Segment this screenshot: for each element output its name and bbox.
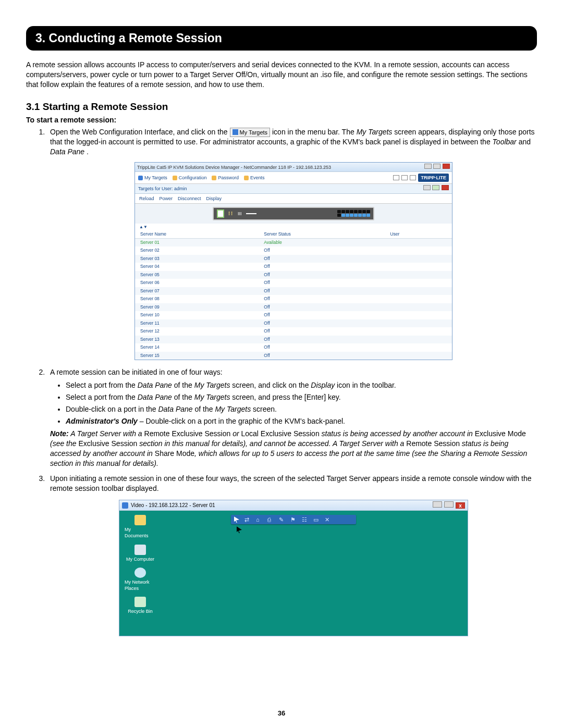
power-port-icon bbox=[217, 209, 224, 218]
remote-desktop[interactable]: ⇄ ⌂ ⎙ ✎ ⚑ ☷ ▭ ✕ My Documents My Computer… bbox=[119, 511, 468, 636]
subsection-heading: 3.1 Starting a Remote Session bbox=[26, 101, 537, 113]
server-name-cell: Server 08 bbox=[135, 295, 259, 303]
toolbar-icon[interactable]: ⇄ bbox=[244, 516, 251, 523]
restore-icon[interactable] bbox=[432, 185, 439, 190]
minimize-icon[interactable] bbox=[424, 164, 432, 169]
user-cell bbox=[385, 287, 452, 295]
table-row[interactable]: Server 13Off bbox=[135, 336, 452, 343]
close-icon[interactable] bbox=[443, 164, 450, 169]
steps-list: Open the Web Configuration Interface, an… bbox=[26, 127, 537, 637]
user-cell bbox=[385, 271, 452, 279]
text: Upon initiating a remote session in one … bbox=[50, 474, 531, 492]
toolbar-icon[interactable]: ☷ bbox=[302, 516, 308, 523]
server-name-cell: Server 05 bbox=[135, 271, 259, 279]
min-icon[interactable] bbox=[423, 185, 431, 190]
server-name-cell: Server 14 bbox=[135, 343, 259, 351]
server-name-cell: Server 07 bbox=[135, 287, 259, 295]
sort-indicator[interactable]: ▲▼ bbox=[135, 224, 452, 230]
server-name-cell: Server 09 bbox=[135, 303, 259, 311]
server-name-cell: Server 06 bbox=[135, 279, 259, 287]
header-icon[interactable] bbox=[401, 175, 408, 180]
col-server-status[interactable]: Server Status bbox=[259, 230, 385, 239]
server-name-cell: Server 10 bbox=[135, 311, 259, 319]
way-1: Select a port from the Data Pane of the … bbox=[66, 380, 537, 390]
video-title: Video - 192.168.123.122 - Server 01 bbox=[131, 502, 215, 509]
server-status-cell: Off bbox=[259, 246, 385, 254]
toolbar-icon[interactable]: ✎ bbox=[279, 516, 285, 523]
video-titlebar: Video - 192.168.123.122 - Server 01 x bbox=[119, 500, 468, 511]
server-status-cell: Off bbox=[259, 352, 385, 360]
tab-configuration[interactable]: Configuration bbox=[173, 175, 207, 181]
chip-label: My Targets bbox=[240, 129, 268, 137]
user-cell bbox=[385, 255, 452, 263]
table-row[interactable]: Server 08Off bbox=[135, 295, 452, 303]
recycle-bin-icon[interactable]: Recycle Bin bbox=[125, 597, 156, 614]
connector-icon: ⁝⁝ bbox=[228, 210, 234, 217]
table-row[interactable]: Server 05Off bbox=[135, 271, 452, 279]
server-status-cell: Off bbox=[259, 343, 385, 351]
tab-password[interactable]: Password bbox=[212, 175, 239, 181]
toolbar-icon[interactable]: ⌂ bbox=[256, 516, 262, 523]
table-row[interactable]: Server 01Available bbox=[135, 239, 452, 247]
col-server-name[interactable]: Server Name bbox=[135, 230, 259, 239]
server-name-cell: Server 15 bbox=[135, 352, 259, 360]
table-row[interactable]: Server 10Off bbox=[135, 311, 452, 319]
maximize-icon[interactable] bbox=[444, 501, 454, 508]
cursor-icon[interactable] bbox=[234, 516, 239, 523]
server-status-cell: Off bbox=[259, 287, 385, 295]
power-button[interactable]: Power bbox=[160, 195, 173, 202]
table-row[interactable]: Server 12Off bbox=[135, 327, 452, 335]
server-table: Server Name Server Status User Server 01… bbox=[135, 230, 452, 360]
kvm-device[interactable]: ⁝⁝ III bbox=[213, 207, 374, 220]
disconnect-button[interactable]: Disconnect bbox=[178, 195, 201, 202]
note: Note: A Target Server with a Remote Excl… bbox=[50, 429, 537, 468]
table-row[interactable]: Server 03Off bbox=[135, 255, 452, 263]
table-row[interactable]: Server 06Off bbox=[135, 279, 452, 287]
session-toolbar[interactable]: ⇄ ⌂ ⎙ ✎ ⚑ ☷ ▭ ✕ bbox=[231, 515, 356, 524]
header-icon[interactable] bbox=[393, 175, 399, 180]
table-row[interactable]: Server 04Off bbox=[135, 263, 452, 270]
table-row[interactable]: Server 14Off bbox=[135, 343, 452, 351]
nav-tabs: My Targets Configuration Password Events… bbox=[135, 172, 452, 184]
window-icon bbox=[232, 129, 238, 135]
minimize-icon[interactable] bbox=[433, 501, 442, 508]
tab-my-targets[interactable]: My Targets bbox=[138, 175, 167, 181]
toolbar-close-icon[interactable]: ✕ bbox=[325, 516, 331, 523]
close-icon[interactable]: x bbox=[456, 502, 465, 509]
way-4: Administrator's Only – Double-click on a… bbox=[66, 416, 537, 426]
user-cell bbox=[385, 336, 452, 343]
my-network-places-icon[interactable]: My Network Places bbox=[125, 567, 156, 591]
server-status-cell: Off bbox=[259, 271, 385, 279]
toolbar-icon[interactable]: ▭ bbox=[313, 516, 320, 523]
port-bank[interactable] bbox=[337, 210, 370, 217]
close-icon[interactable] bbox=[442, 185, 449, 190]
user-cell bbox=[385, 246, 452, 254]
data-pane-italic: Data Pane bbox=[50, 147, 84, 156]
table-row[interactable]: Server 07Off bbox=[135, 287, 452, 295]
table-row[interactable]: Server 11Off bbox=[135, 319, 452, 327]
cursor-icon bbox=[237, 526, 242, 533]
window-title: TrippLite Cat5 IP KVM Solutions Device M… bbox=[137, 164, 331, 170]
user-cell bbox=[385, 239, 452, 247]
toolbar: Reload Power Disconnect Display bbox=[135, 194, 452, 204]
my-documents-icon[interactable]: My Documents bbox=[125, 515, 156, 539]
reload-button[interactable]: Reload bbox=[139, 195, 154, 202]
server-name-cell: Server 02 bbox=[135, 246, 259, 254]
table-row[interactable]: Server 15Off bbox=[135, 352, 452, 360]
text: A remote session can be initiated in one… bbox=[50, 368, 223, 376]
window-buttons bbox=[424, 164, 450, 170]
table-row[interactable]: Server 02Off bbox=[135, 246, 452, 254]
tab-events[interactable]: Events bbox=[244, 175, 265, 181]
server-name-cell: Server 12 bbox=[135, 327, 259, 335]
col-user[interactable]: User bbox=[385, 230, 452, 239]
toolbar-icon[interactable]: ⚑ bbox=[290, 516, 297, 523]
way-3: Double-click on a port in the Data Pane … bbox=[66, 404, 537, 414]
user-cell bbox=[385, 343, 452, 351]
display-button[interactable]: Display bbox=[206, 195, 222, 202]
my-computer-icon[interactable]: My Computer bbox=[125, 545, 156, 562]
server-status-cell: Available bbox=[259, 239, 385, 247]
table-row[interactable]: Server 09Off bbox=[135, 303, 452, 311]
maximize-icon[interactable] bbox=[433, 164, 440, 169]
header-icon[interactable] bbox=[410, 175, 416, 180]
toolbar-icon[interactable]: ⎙ bbox=[267, 516, 274, 523]
